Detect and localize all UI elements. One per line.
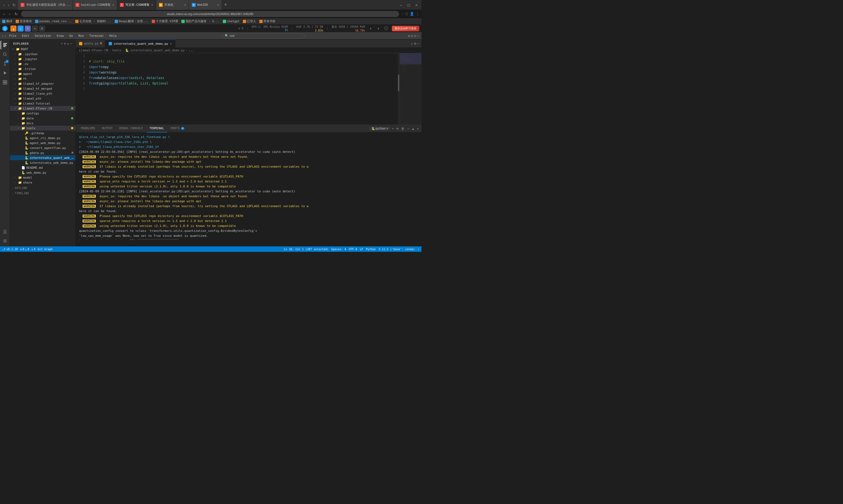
browser-tab-2[interactable]: C haidizym-CSDN博客 ✕	[73, 0, 117, 10]
status-remote[interactable]: ⌂ 4	[31, 248, 35, 251]
tree-item-llama3-llava-pth[interactable]: › 📁 llama3_llava_pth	[10, 91, 75, 96]
download-icon[interactable]: ⬇	[375, 25, 381, 32]
tree-item-internstudio-web[interactable]: 🐍 internstudio_web_demo.py	[10, 160, 75, 165]
upload-icon[interactable]: ⬆	[368, 25, 374, 32]
tree-item-gitkeep[interactable]: 🔑 .gitkeep	[10, 131, 75, 136]
menu-edit[interactable]: Edit	[20, 34, 32, 38]
close-panel-btn[interactable]: ✕	[416, 126, 419, 131]
tree-item-agent-cli[interactable]: 🐍 agent_cli_demo.py	[10, 136, 75, 141]
command-search[interactable]: 🔍	[222, 33, 305, 39]
minimize-button[interactable]: —	[398, 3, 403, 7]
menu-file[interactable]: File	[7, 34, 19, 38]
app-icon-1[interactable]: 🔥	[11, 25, 16, 32]
bookmark-myproducts[interactable]: 我的产品与服务 - S...	[181, 19, 219, 23]
tree-item-agent-web[interactable]: 🐍 agent_web_demo.py	[10, 141, 75, 145]
profile-icon[interactable]: 👤	[410, 12, 414, 16]
back-btn-addr[interactable]: ‹	[2, 11, 6, 17]
tree-item-triton[interactable]: › 📁 .triton	[10, 66, 75, 71]
editor-tab-gdata[interactable]: gdata.py M	[76, 39, 105, 48]
tree-item-ipython[interactable]: › 📁 .ipython	[10, 52, 75, 56]
tree-item-llama3-hf-adapter[interactable]: › 📁 llama3_hf_adapter	[10, 81, 75, 86]
status-eol[interactable]: LF	[360, 248, 363, 251]
tree-item-ft[interactable]: › 📁 ft	[10, 76, 75, 81]
tree-item-llama3-hf-merged[interactable]: › 📁 llama3_hf_merged	[10, 86, 75, 91]
activity-run-debug[interactable]	[1, 69, 9, 77]
status-spaces[interactable]: Spaces: 4	[331, 248, 346, 251]
tab-close-4[interactable]: ✕	[184, 3, 186, 6]
status-git-graph[interactable]: Git Graph	[38, 248, 52, 251]
tree-item-llama3-pth[interactable]: › 📁 llama3_pth	[10, 96, 75, 101]
status-errors[interactable]: ⊘ 0 △ 0	[20, 248, 29, 251]
run-icon[interactable]: ▷	[411, 42, 413, 46]
bc-filename[interactable]: internstudio_quant_web_demo.py	[130, 49, 185, 52]
bookmark-deepl[interactable]: DeepL翻译：全世...	[115, 19, 148, 23]
tree-item-web-demo[interactable]: 🐍 web_demo.py	[10, 170, 75, 175]
status-language[interactable]: Python	[366, 248, 376, 251]
menu-selection[interactable]: Selection	[32, 34, 53, 38]
timeline-section[interactable]: › TIMELINE	[10, 190, 75, 195]
split-editor-icon[interactable]: ⊞	[414, 42, 416, 46]
activity-accounts[interactable]	[1, 227, 9, 236]
more-actions-icon[interactable]: ⋯	[417, 34, 419, 38]
editor-scrollbar[interactable]	[397, 53, 399, 125]
layout-icon[interactable]: ⊡	[414, 34, 416, 38]
browser-tab-4[interactable]: 🖥 开发机 ✕	[156, 0, 189, 10]
restart-button[interactable]: 重新启动即可更新	[392, 26, 419, 31]
app-icon-2[interactable]: ◯	[18, 25, 23, 32]
add-terminal-btn[interactable]: +	[391, 126, 394, 131]
menu-go[interactable]: Go	[67, 34, 75, 38]
tree-item-data[interactable]: › 📁 data	[10, 116, 75, 121]
tree-item-llama3-xtuner[interactable]: ▾ 📁 Llama3-XTuner-CN	[10, 106, 75, 111]
tree-item-jupyter[interactable]: › 📁 .jupyter	[10, 56, 75, 61]
bookmark-imported[interactable]: 已导入	[243, 19, 256, 23]
app-icon-3[interactable]: ⌥	[25, 25, 31, 32]
internstudio-tab-close[interactable]: ✕	[170, 42, 172, 46]
bc-llama3-xtuner[interactable]: Llama3-XTuner-CN	[79, 49, 108, 52]
tree-item-tools[interactable]: ▾ 📁 tools	[10, 126, 75, 131]
tab-close-2[interactable]: ✕	[112, 3, 114, 6]
tree-item-configs[interactable]: › 📁 configs	[10, 111, 75, 116]
app-icon-4[interactable]: ✦	[32, 25, 38, 32]
new-file-icon[interactable]: +	[61, 42, 63, 46]
more-editor-icon[interactable]: ⋯	[417, 42, 419, 46]
browser-tab-3[interactable]: C 写文章-CSDN博客 ✕	[117, 0, 156, 10]
app-icon-5[interactable]: ⊡	[39, 25, 45, 32]
refresh-icon[interactable]: ↻	[67, 42, 69, 46]
tree-item-model[interactable]: › 📁 model	[10, 175, 75, 180]
refresh-btn-addr[interactable]: ↻	[14, 11, 19, 17]
panel-tab-ports[interactable]: PORTS 4	[168, 125, 187, 132]
code-content[interactable]: # isort: skip_file import copy import wa…	[87, 53, 397, 125]
activity-settings[interactable]	[1, 236, 9, 245]
tree-item-docs[interactable]: › 📁 docs	[10, 121, 75, 126]
menu-view[interactable]: View	[54, 34, 66, 38]
menu-terminal[interactable]: Terminal	[87, 34, 106, 38]
bookmark-chatgpt[interactable]: chatgpt	[223, 19, 239, 23]
trash-terminal-btn[interactable]: 🗑	[401, 126, 405, 131]
browser-tab-5[interactable]: W WebIDE ✕	[189, 0, 222, 10]
activity-extensions[interactable]	[1, 78, 9, 87]
menu-run[interactable]: Run	[76, 34, 86, 38]
search-input[interactable]	[230, 34, 302, 37]
split-editor-icon[interactable]: ⊞	[408, 34, 410, 38]
tree-root[interactable]: ▾ 📁 ROOT	[10, 47, 75, 52]
extensions-icon[interactable]: ⬡	[405, 12, 408, 16]
panel-tab-output[interactable]: OUTPUT	[99, 125, 115, 132]
refresh-button[interactable]: ↻	[11, 2, 17, 8]
forward-nav-btn[interactable]: ›	[5, 34, 6, 38]
info-icon[interactable]: ⓘ	[383, 25, 389, 32]
bookmark-shifang[interactable]: 十方教育-VIP课	[152, 19, 178, 23]
split-terminal-btn[interactable]: ⊞	[396, 126, 399, 131]
activity-source-control[interactable]: 3	[1, 59, 9, 68]
tree-item-internstudio-quant[interactable]: 🐍 internstudio_quant_web_demo.py	[10, 155, 75, 160]
close-window-button[interactable]: ✕	[414, 3, 419, 7]
activity-explorer[interactable]	[1, 41, 9, 49]
tree-item-nv[interactable]: › 📁 .nv	[10, 61, 75, 66]
new-tab-button[interactable]: +	[222, 0, 229, 10]
tree-item-readme[interactable]: 📄 README.md	[10, 165, 75, 170]
forward-btn-addr[interactable]: ›	[8, 11, 12, 17]
menu-help[interactable]: Help	[107, 34, 119, 38]
tree-item-convert[interactable]: 🐍 convert_agentflan.py	[10, 145, 75, 150]
panel-tab-terminal[interactable]: TERMINAL	[147, 125, 167, 132]
panel-tab-problems[interactable]: PROBLEMS	[78, 125, 98, 132]
status-git-branch[interactable]: ⎇ v0.1.18	[2, 248, 18, 251]
